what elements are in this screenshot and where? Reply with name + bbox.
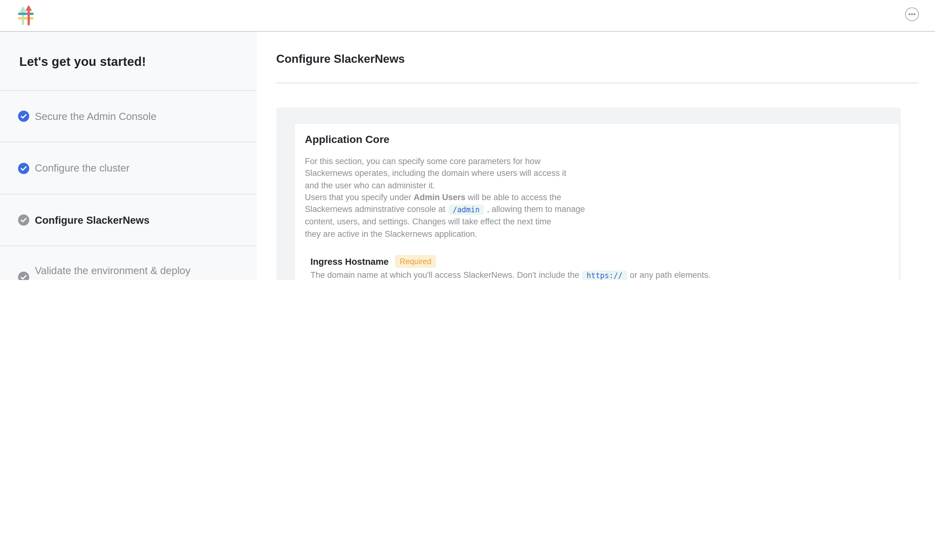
text-line: For this section, you can specify some c…: [305, 155, 889, 168]
sidebar-step-validate-deploy[interactable]: Validate the environment & deploy Slacke…: [0, 246, 257, 280]
text-segment: , allowing them to manage: [484, 205, 585, 214]
field-help-text: The domain name at which you'll access S…: [310, 269, 889, 280]
field-label: Ingress Hostname: [310, 255, 389, 268]
title-divider: [276, 83, 919, 83]
inline-code: /admin: [448, 204, 484, 215]
ellipsis-icon: [908, 10, 916, 18]
card-title: Application Core: [305, 132, 889, 147]
card-description: For this section, you can specify some c…: [305, 155, 889, 240]
text-line: Users that you specify under Admin Users…: [305, 191, 889, 203]
config-main-area: Configure SlackerNews Application Core F…: [276, 32, 935, 280]
text-segment: will be able to access the: [465, 193, 561, 202]
text-line: they are active in the Slackernews appli…: [305, 228, 889, 240]
check-circle-icon: [18, 272, 29, 280]
sidebar-step-label: Configure the cluster: [35, 161, 130, 175]
text-line: and the user who can administer it.: [305, 179, 889, 191]
text-segment: For this section, you can specify some c…: [305, 157, 541, 166]
sidebar-step-secure-admin-console[interactable]: Secure the Admin Console: [0, 91, 257, 142]
ingress-hostname-field-group: Ingress Hostname Required The domain nam…: [310, 255, 889, 280]
text-segment: and the user who can administer it.: [305, 180, 435, 190]
check-circle-icon: [18, 214, 29, 226]
text-segment: Admin Users: [414, 193, 466, 202]
required-badge: Required: [395, 255, 436, 268]
text-segment: Slackernews operates, including the doma…: [305, 169, 566, 178]
text-line: Slackernews operates, including the doma…: [305, 168, 889, 180]
check-circle-icon: [18, 163, 29, 174]
sidebar-step-configure-cluster[interactable]: Configure the cluster: [0, 142, 257, 195]
sidebar-step-configure-slackernews[interactable]: Configure SlackerNews: [0, 195, 257, 246]
text-segment: content, users, and settings. Changes wi…: [305, 217, 551, 226]
setup-steps-sidebar: Let's get you started! Secure the Admin …: [0, 32, 257, 280]
top-bar: [0, 0, 935, 32]
text-segment: or any path elements.: [627, 270, 710, 280]
text-segment: Users that you specify under: [305, 193, 414, 202]
config-groups-panel: Application Core For this section, you c…: [276, 108, 901, 280]
sidebar-header: Let's get you started!: [0, 32, 257, 91]
slackernews-logo-icon: [17, 5, 34, 28]
sidebar-step-label: Secure the Admin Console: [35, 109, 156, 123]
text-line: Slackernews adminstrative console at /ad…: [305, 203, 889, 216]
sidebar-title: Let's get you started!: [19, 54, 242, 69]
inline-code: https://: [582, 270, 627, 280]
page-title: Configure SlackerNews: [276, 52, 935, 66]
more-menu-button[interactable]: [905, 8, 919, 21]
application-core-card: Application Core For this section, you c…: [295, 124, 899, 280]
check-circle-icon: [18, 111, 29, 122]
app-window: Let's get you started! Secure the Admin …: [0, 0, 935, 280]
text-line: The domain name at which you'll access S…: [310, 269, 889, 280]
text-segment: Slackernews adminstrative console at: [305, 205, 447, 214]
sidebar-step-label: Configure SlackerNews: [35, 213, 150, 227]
text-segment: The domain name at which you'll access S…: [310, 270, 582, 280]
sidebar-step-label: Validate the environment & deploy Slacke…: [35, 263, 204, 280]
text-line: content, users, and settings. Changes wi…: [305, 216, 889, 228]
text-segment: they are active in the Slackernews appli…: [305, 229, 477, 238]
